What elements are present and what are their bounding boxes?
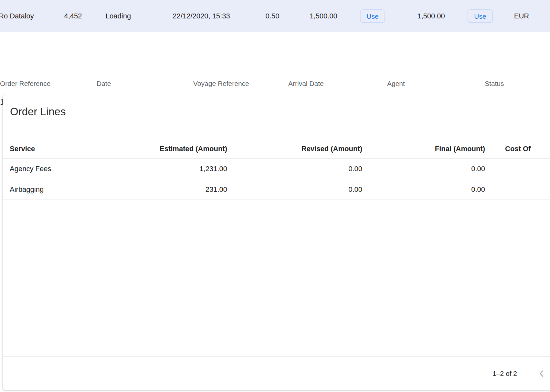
field-label: Arrival Date [288,79,329,88]
cell-revised: 0.00 [265,185,362,194]
pagination-bar: 1–2 of 2 [3,356,550,390]
estimated-amount-value: 1,500.00 [310,12,337,20]
datetime-value: 22/12/2020, 15:33 [173,12,230,20]
table-row[interactable]: Agency Fees 1,231.00 0.00 0.00 [3,159,550,179]
vessel-summary-row: Ro Dataloy 4,452 Loading 22/12/2020, 15:… [0,0,550,32]
col-header-revised: Revised (Amount) [265,145,362,153]
rate-value: 0.50 [266,12,280,20]
chevron-left-icon [537,369,546,378]
col-header-final: Final (Amount) [388,145,485,153]
pagination-previous-button[interactable] [534,366,549,381]
order-lines-table: Service Estimated (Amount) Revised (Amou… [3,139,550,200]
quantity-value: 4,452 [64,12,82,20]
cell-service: Airbagging [10,185,44,194]
order-lines-card: Order Lines Service Estimated (Amount) R… [3,94,550,390]
use-revised-button[interactable]: Use [468,10,492,23]
pagination-range-label: 1–2 of 2 [452,370,517,377]
field-label: Date [97,79,137,88]
cell-service: Agency Fees [10,165,51,173]
table-header-row: Service Estimated (Amount) Revised (Amou… [3,139,550,159]
field-label: Agent [387,79,407,88]
order-info-section: Order Reference 1631104858663 Date 23/12… [0,32,550,94]
col-header-service: Service [10,145,35,153]
field-label: Voyage Reference [193,79,249,88]
vessel-name: Ro Dataloy [0,12,34,20]
use-estimated-button[interactable]: Use [360,10,385,23]
order-lines-title: Order Lines [10,105,66,118]
cell-final: 0.00 [388,185,485,194]
revised-amount-value: 1,500.00 [417,12,445,20]
cell-revised: 0.00 [265,165,362,173]
table-row[interactable]: Airbagging 231.00 0.00 0.00 [3,179,550,200]
cell-estimated: 231.00 [130,185,227,194]
port-call-status: Loading [106,12,131,20]
cell-final: 0.00 [388,165,485,173]
field-label: Status [485,79,509,88]
col-header-cost-of: Cost Of [505,145,531,153]
cell-estimated: 1,231.00 [130,165,227,173]
currency-value: EUR [514,12,529,20]
col-header-estimated: Estimated (Amount) [130,145,227,153]
field-label: Order Reference [0,79,58,88]
